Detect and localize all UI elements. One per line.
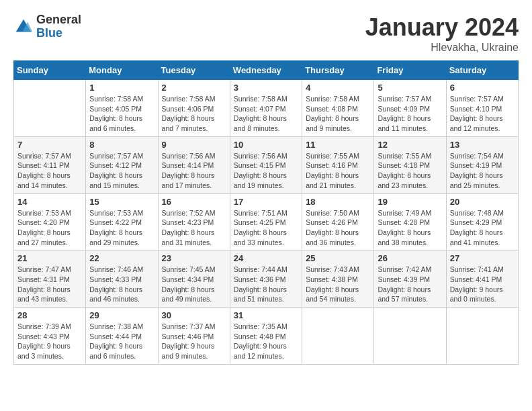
calendar-week-1: 1Sunrise: 7:58 AMSunset: 4:05 PMDaylight… [14,80,519,137]
day-number: 20 [450,197,515,207]
calendar-cell: 26Sunrise: 7:42 AMSunset: 4:39 PMDayligh… [374,250,446,308]
day-info: Sunrise: 7:50 AMSunset: 4:26 PMDaylight:… [306,208,370,248]
day-info: Sunrise: 7:58 AMSunset: 4:07 PMDaylight:… [234,94,298,134]
day-number: 7 [17,140,82,150]
calendar-week-2: 7Sunrise: 7:57 AMSunset: 4:11 PMDaylight… [14,136,519,193]
day-number: 14 [17,197,82,207]
calendar-cell: 24Sunrise: 7:44 AMSunset: 4:36 PMDayligh… [230,250,302,308]
calendar-cell [14,80,86,137]
day-info: Sunrise: 7:38 AMSunset: 4:44 PMDaylight:… [89,322,154,361]
day-number: 22 [89,253,154,263]
calendar-cell: 2Sunrise: 7:58 AMSunset: 4:06 PMDaylight… [158,80,230,137]
logo-general-text: General [36,13,81,27]
day-info: Sunrise: 7:42 AMSunset: 4:39 PMDaylight:… [378,265,442,304]
header-day-thursday: Thursday [302,61,374,80]
header-day-sunday: Sunday [14,61,86,80]
day-info: Sunrise: 7:51 AMSunset: 4:25 PMDaylight:… [234,208,298,248]
day-info: Sunrise: 7:45 AMSunset: 4:34 PMDaylight:… [162,265,226,304]
calendar-week-3: 14Sunrise: 7:53 AMSunset: 4:20 PMDayligh… [14,193,519,250]
calendar-cell: 13Sunrise: 7:54 AMSunset: 4:19 PMDayligh… [446,136,518,193]
calendar-cell: 9Sunrise: 7:56 AMSunset: 4:14 PMDaylight… [158,136,230,193]
header-day-saturday: Saturday [446,61,518,80]
day-info: Sunrise: 7:56 AMSunset: 4:14 PMDaylight:… [162,151,226,191]
calendar-week-4: 21Sunrise: 7:47 AMSunset: 4:31 PMDayligh… [14,250,519,308]
calendar-cell: 12Sunrise: 7:55 AMSunset: 4:18 PMDayligh… [374,136,446,193]
day-number: 17 [234,197,298,207]
day-number: 11 [306,140,370,150]
day-number: 27 [450,253,515,263]
day-info: Sunrise: 7:58 AMSunset: 4:08 PMDaylight:… [306,94,370,134]
day-info: Sunrise: 7:47 AMSunset: 4:31 PMDaylight:… [17,265,82,304]
day-number: 24 [234,253,298,263]
header-day-tuesday: Tuesday [158,61,230,80]
logo: General Blue [13,13,81,40]
header-day-friday: Friday [374,61,446,80]
logo-blue-text: Blue [36,27,81,40]
calendar-header: SundayMondayTuesdayWednesdayThursdayFrid… [14,61,519,80]
calendar-cell: 5Sunrise: 7:57 AMSunset: 4:09 PMDaylight… [374,80,446,137]
day-info: Sunrise: 7:58 AMSunset: 4:05 PMDaylight:… [89,94,154,134]
logo-text: General Blue [36,13,81,40]
calendar-cell: 11Sunrise: 7:55 AMSunset: 4:16 PMDayligh… [302,136,374,193]
day-number: 25 [306,253,370,263]
day-number: 1 [89,83,154,93]
day-number: 31 [234,310,298,320]
calendar-cell: 31Sunrise: 7:35 AMSunset: 4:48 PMDayligh… [230,308,302,365]
day-number: 9 [162,140,226,150]
day-info: Sunrise: 7:58 AMSunset: 4:06 PMDaylight:… [162,94,226,134]
calendar-cell: 22Sunrise: 7:46 AMSunset: 4:33 PMDayligh… [86,250,158,308]
page-header: General Blue January 2024 Hlevakha, Ukra… [13,13,519,54]
day-info: Sunrise: 7:49 AMSunset: 4:28 PMDaylight:… [378,208,442,248]
calendar-cell: 16Sunrise: 7:52 AMSunset: 4:23 PMDayligh… [158,193,230,250]
calendar-cell: 7Sunrise: 7:57 AMSunset: 4:11 PMDaylight… [14,136,86,193]
calendar-cell: 1Sunrise: 7:58 AMSunset: 4:05 PMDaylight… [86,80,158,137]
title-block: January 2024 Hlevakha, Ukraine [365,13,519,54]
day-info: Sunrise: 7:56 AMSunset: 4:15 PMDaylight:… [234,151,298,191]
day-number: 29 [89,310,154,320]
day-info: Sunrise: 7:55 AMSunset: 4:18 PMDaylight:… [378,151,442,191]
calendar-cell: 30Sunrise: 7:37 AMSunset: 4:46 PMDayligh… [158,308,230,365]
day-number: 18 [306,197,370,207]
day-info: Sunrise: 7:43 AMSunset: 4:38 PMDaylight:… [306,265,370,304]
calendar-cell [302,308,374,365]
calendar-cell: 8Sunrise: 7:57 AMSunset: 4:12 PMDaylight… [86,136,158,193]
day-number: 8 [89,140,154,150]
calendar-cell: 4Sunrise: 7:58 AMSunset: 4:08 PMDaylight… [302,80,374,137]
day-number: 5 [378,83,442,93]
day-number: 3 [234,83,298,93]
calendar-cell: 27Sunrise: 7:41 AMSunset: 4:41 PMDayligh… [446,250,518,308]
calendar-cell [446,308,518,365]
header-day-monday: Monday [86,61,158,80]
day-number: 28 [17,310,82,320]
calendar-cell: 28Sunrise: 7:39 AMSunset: 4:43 PMDayligh… [14,308,86,365]
calendar-cell: 21Sunrise: 7:47 AMSunset: 4:31 PMDayligh… [14,250,86,308]
day-number: 21 [17,253,82,263]
day-number: 6 [450,83,515,93]
day-number: 26 [378,253,442,263]
header-row: SundayMondayTuesdayWednesdayThursdayFrid… [14,61,519,80]
day-number: 19 [378,197,442,207]
calendar-table: SundayMondayTuesdayWednesdayThursdayFrid… [13,60,519,365]
month-title: January 2024 [365,13,519,42]
location-subtitle: Hlevakha, Ukraine [365,42,519,54]
day-info: Sunrise: 7:57 AMSunset: 4:10 PMDaylight:… [450,94,515,134]
calendar-cell: 18Sunrise: 7:50 AMSunset: 4:26 PMDayligh… [302,193,374,250]
day-number: 16 [162,197,226,207]
calendar-cell: 19Sunrise: 7:49 AMSunset: 4:28 PMDayligh… [374,193,446,250]
day-info: Sunrise: 7:41 AMSunset: 4:41 PMDaylight:… [450,265,515,304]
day-number: 23 [162,253,226,263]
day-info: Sunrise: 7:57 AMSunset: 4:11 PMDaylight:… [17,151,82,191]
calendar-cell: 23Sunrise: 7:45 AMSunset: 4:34 PMDayligh… [158,250,230,308]
day-info: Sunrise: 7:57 AMSunset: 4:09 PMDaylight:… [378,94,442,134]
calendar-week-5: 28Sunrise: 7:39 AMSunset: 4:43 PMDayligh… [14,308,519,365]
day-number: 30 [162,310,226,320]
day-info: Sunrise: 7:44 AMSunset: 4:36 PMDaylight:… [234,265,298,304]
logo-icon [13,17,34,37]
calendar-cell [374,308,446,365]
day-info: Sunrise: 7:52 AMSunset: 4:23 PMDaylight:… [162,208,226,248]
calendar-cell: 17Sunrise: 7:51 AMSunset: 4:25 PMDayligh… [230,193,302,250]
day-info: Sunrise: 7:55 AMSunset: 4:16 PMDaylight:… [306,151,370,191]
day-info: Sunrise: 7:53 AMSunset: 4:22 PMDaylight:… [89,208,154,248]
day-number: 10 [234,140,298,150]
calendar-cell: 25Sunrise: 7:43 AMSunset: 4:38 PMDayligh… [302,250,374,308]
